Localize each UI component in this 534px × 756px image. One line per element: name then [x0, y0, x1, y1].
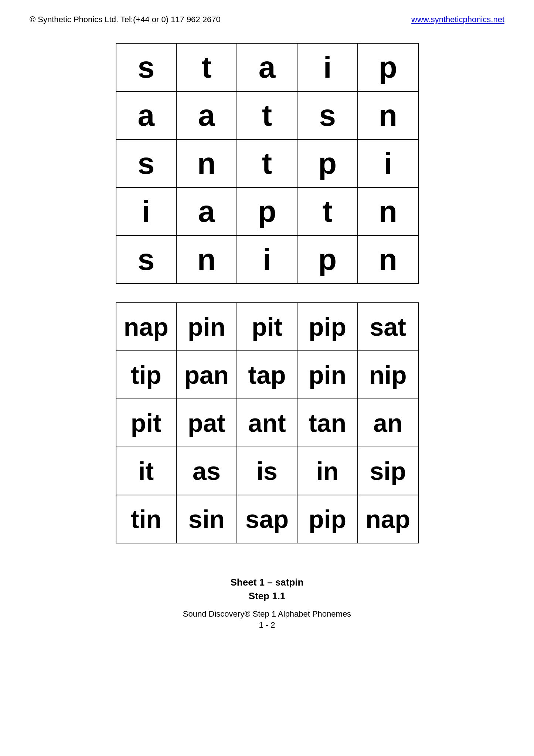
letter-cell: i	[297, 43, 358, 91]
letter-cell: s	[116, 139, 177, 187]
letter-cell: n	[358, 91, 418, 139]
letter-cell: a	[237, 43, 297, 91]
sheet-title: Sheet 1 – satpin	[183, 577, 351, 588]
word-cell: pip	[297, 495, 357, 543]
word-cell: nip	[358, 351, 418, 399]
letters-grid: staipaatsnsntpiiaptnsnipn	[116, 43, 419, 284]
footer: Sheet 1 – satpin Step 1.1 Sound Discover…	[183, 577, 351, 630]
letter-cell: p	[237, 187, 297, 235]
words-grid: nappinpitpipsattippantappinnippitpatantt…	[116, 302, 419, 543]
copyright-text: © Synthetic Phonics Ltd. Tel:(+44 or 0) …	[30, 15, 221, 24]
letter-cell: a	[116, 91, 177, 139]
word-cell: pan	[176, 351, 237, 399]
step-title: Step 1.1	[183, 590, 351, 602]
word-cell: an	[358, 399, 418, 447]
word-cell: sap	[237, 495, 297, 543]
letter-cell: p	[358, 43, 418, 91]
word-cell: tin	[116, 495, 177, 543]
word-cell: in	[297, 447, 357, 495]
word-cell: pat	[176, 399, 237, 447]
word-cell: tip	[116, 351, 177, 399]
letter-cell: n	[358, 235, 418, 284]
word-cell: pip	[297, 303, 357, 351]
word-cell: it	[116, 447, 177, 495]
letter-cell: p	[297, 139, 358, 187]
word-cell: pit	[237, 303, 297, 351]
website-link[interactable]: www.syntheticphonics.net	[411, 15, 504, 24]
letter-cell: t	[237, 139, 297, 187]
word-cell: ant	[237, 399, 297, 447]
word-cell: as	[176, 447, 237, 495]
word-cell: sin	[176, 495, 237, 543]
letter-cell: a	[176, 187, 237, 235]
word-cell: sat	[358, 303, 418, 351]
letter-cell: t	[176, 43, 237, 91]
letter-cell: n	[358, 187, 418, 235]
word-cell: tap	[237, 351, 297, 399]
letter-cell: i	[358, 139, 418, 187]
sound-discovery-label: Sound Discovery® Step 1 Alphabet Phoneme…	[183, 609, 351, 619]
letter-cell: p	[297, 235, 358, 284]
letter-cell: s	[116, 235, 177, 284]
word-cell: pin	[176, 303, 237, 351]
letter-cell: t	[297, 187, 358, 235]
letter-cell: t	[237, 91, 297, 139]
letter-cell: i	[116, 187, 177, 235]
word-cell: tan	[297, 399, 357, 447]
letter-cell: n	[176, 235, 237, 284]
letter-cell: s	[297, 91, 358, 139]
words-table: nappinpitpipsattippantappinnippitpatantt…	[116, 302, 419, 543]
letter-cell: a	[176, 91, 237, 139]
letter-cell: n	[176, 139, 237, 187]
word-cell: pit	[116, 399, 177, 447]
letter-cell: s	[116, 43, 177, 91]
word-cell: sip	[358, 447, 418, 495]
word-cell: nap	[358, 495, 418, 543]
page-number: 1 - 2	[183, 620, 351, 630]
word-cell: nap	[116, 303, 177, 351]
letters-table: staipaatsnsntpiiaptnsnipn	[116, 43, 419, 284]
letter-cell: i	[237, 235, 297, 284]
word-cell: pin	[297, 351, 357, 399]
word-cell: is	[237, 447, 297, 495]
